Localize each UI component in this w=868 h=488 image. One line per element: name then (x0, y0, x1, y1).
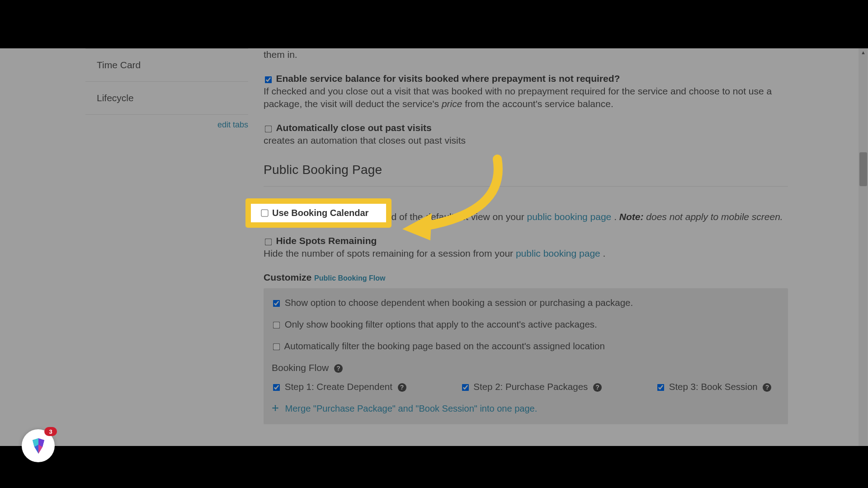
settings-sidebar: Time Card Lifecycle edit tabs (85, 48, 248, 130)
service-balance-label: Enable service balance for visits booked… (276, 73, 620, 84)
filter-active-packages-checkbox[interactable] (273, 322, 280, 329)
floating-widget[interactable]: 3 (22, 429, 55, 462)
page-surface: Time Card Lifecycle edit tabs them in. E… (0, 48, 868, 446)
move-icon (272, 404, 280, 414)
customize-heading: Customize Public Booking Flow (264, 271, 788, 284)
help-icon[interactable]: ? (334, 364, 343, 373)
step-1: Step 1: Create Dependent ? (272, 381, 406, 392)
edit-tabs-link[interactable]: edit tabs (85, 115, 248, 130)
option-filter-by-location: Automatically filter the booking page ba… (272, 341, 780, 352)
widget-logo: 3 (22, 429, 55, 462)
highlight-use-booking-calendar: Use Booking Calendar (245, 198, 392, 228)
option-hide-spots: Hide Spots Remaining Hide the number of … (264, 235, 788, 260)
step-2: Step 2: Purchase Packages ? (461, 381, 602, 392)
filter-by-location-checkbox[interactable] (273, 343, 280, 351)
use-booking-calendar-label-highlight: Use Booking Calendar (272, 208, 368, 218)
sidebar-item-time-card[interactable]: Time Card (85, 48, 248, 82)
option-filter-active-packages: Only show booking filter options that ap… (272, 319, 780, 330)
choose-dependent-checkbox[interactable] (273, 300, 280, 307)
step-2-checkbox[interactable] (462, 384, 469, 391)
choose-dependent-label: Show option to choose dependent when boo… (285, 297, 633, 308)
step-2-label: Step 2: Purchase Packages (473, 381, 588, 392)
public-booking-heading: Public Booking Page (264, 163, 788, 177)
auto-close-label: Automatically close out past visits (276, 122, 431, 133)
section-divider (264, 186, 788, 187)
service-balance-checkbox[interactable] (265, 76, 272, 84)
sidebar-item-lifecycle[interactable]: Lifecycle (85, 82, 248, 115)
public-booking-flow-link[interactable]: Public Booking Flow (314, 274, 385, 282)
hide-spots-description: Hide the number of spots remaining for a… (264, 247, 788, 260)
settings-content: them in. Enable service balance for visi… (264, 48, 797, 442)
scrollbar-thumb[interactable] (859, 152, 867, 186)
step-1-checkbox[interactable] (273, 384, 280, 391)
customize-booking-flow-box: Show option to choose dependent when boo… (264, 288, 788, 424)
step-3-label: Step 3: Book Session (669, 381, 758, 392)
sidebar-item-label: Lifecycle (97, 93, 134, 103)
use-booking-calendar-checkbox-highlight[interactable] (261, 209, 268, 216)
logo-icon (28, 436, 49, 456)
auto-close-description: creates an automation that closes out pa… (264, 134, 788, 147)
filter-active-packages-label: Only show booking filter options that ap… (285, 319, 597, 329)
public-booking-page-link[interactable]: public booking page (527, 211, 611, 222)
step-1-label: Step 1: Create Dependent (285, 381, 392, 392)
merge-pages-link[interactable]: Merge "Purchase Package" and "Book Sessi… (272, 404, 780, 414)
step-3: Step 3: Book Session ? (656, 381, 771, 392)
public-booking-page-link-2[interactable]: public booking page (516, 248, 600, 258)
service-balance-description: If checked and you close out a visit tha… (264, 85, 788, 110)
option-service-balance: Enable service balance for visits booked… (264, 72, 788, 110)
truncated-intro-text: them in. (264, 48, 788, 61)
filter-by-location-label: Automatically filter the booking page ba… (284, 341, 605, 351)
truncated-text-bottom (264, 437, 788, 442)
scrollbar-up-arrow[interactable]: ▲ (859, 48, 867, 56)
booking-flow-title: Booking Flow ? (272, 362, 780, 373)
help-icon[interactable]: ? (398, 383, 406, 392)
notification-badge: 3 (44, 427, 57, 436)
scrollbar-track[interactable] (859, 48, 868, 446)
booking-flow-steps: Step 1: Create Dependent ? Step 2: Purch… (272, 381, 780, 392)
hide-spots-label: Hide Spots Remaining (276, 235, 377, 246)
hide-spots-checkbox[interactable] (265, 239, 272, 246)
merge-pages-label: Merge "Purchase Package" and "Book Sessi… (285, 404, 538, 413)
auto-close-checkbox[interactable] (265, 126, 272, 133)
step-3-checkbox[interactable] (657, 384, 665, 391)
option-choose-dependent: Show option to choose dependent when boo… (272, 297, 780, 308)
help-icon[interactable]: ? (763, 383, 771, 392)
help-icon[interactable]: ? (593, 383, 602, 392)
viewport: Time Card Lifecycle edit tabs them in. E… (0, 0, 868, 488)
sidebar-item-label: Time Card (97, 60, 141, 70)
option-auto-close: Automatically close out past visits crea… (264, 122, 788, 147)
